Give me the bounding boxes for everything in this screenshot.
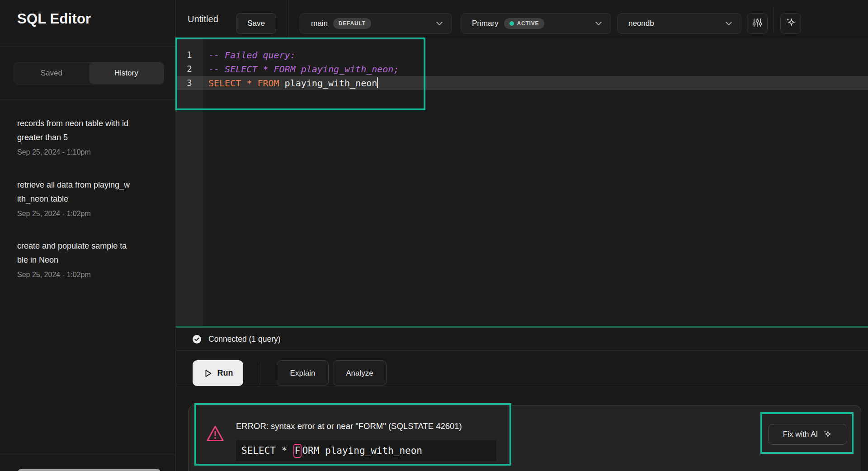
tab-history-label: History (114, 69, 138, 78)
text-cursor (377, 77, 378, 88)
history-item[interactable]: create and populate sample ta ble in Neo… (17, 239, 163, 279)
history-item-timestamp: Sep 25, 2024 - 1:02pm (17, 271, 163, 279)
sql-keyword: SELECT (208, 78, 241, 89)
history-item-title: retrieve all data from playing_w ith_neo… (17, 178, 163, 206)
line-number: 3 (176, 76, 203, 90)
sql-comment: -- Failed query: (203, 50, 296, 61)
active-badge-label: ACTIVE (517, 20, 539, 27)
sidebar: SQL Editor Saved History records from ne… (0, 0, 176, 471)
sql-keyword: FROM (257, 78, 279, 89)
sql-star: * (246, 78, 252, 89)
analyze-button[interactable]: Analyze (333, 360, 387, 386)
editor-line-3-active: 3 SELECT * FROM playing_with_neon (176, 76, 868, 90)
tab-saved-label: Saved (41, 69, 62, 78)
analyze-button-label: Analyze (346, 369, 373, 378)
error-message: ERROR: syntax error at or near "FORM" (S… (236, 421, 462, 431)
check-circle-icon (192, 334, 202, 344)
chevron-down-icon (436, 22, 443, 25)
line-number: 2 (176, 62, 203, 76)
database-select[interactable]: neondb (617, 13, 741, 34)
branch-select-label: main (311, 19, 328, 28)
save-button[interactable]: Save (236, 13, 276, 34)
explain-button-label: Explain (290, 369, 316, 378)
connection-status-text: Connected (1 query) (208, 334, 281, 344)
sparkle-icon (822, 429, 832, 439)
explain-button[interactable]: Explain (277, 360, 329, 386)
connection-statusbar: Connected (1 query) (176, 328, 868, 351)
save-button-label: Save (247, 19, 265, 28)
play-icon (203, 368, 213, 378)
query-results-panel: ERROR: syntax error at or near "FORM" (S… (188, 405, 861, 471)
error-code-snippet: SELECT * FORM playing_with_neon (236, 440, 496, 461)
sparkle-icon (785, 17, 797, 30)
page-title: SQL Editor (17, 11, 91, 27)
error-token-highlight: F (293, 444, 302, 458)
editor-line-2: 2 -- SELECT * FORM playing_with_neon; (176, 62, 868, 76)
active-status-dot (509, 21, 514, 26)
history-item[interactable]: records from neon table with id greater … (17, 117, 163, 156)
actions-divider (260, 363, 260, 384)
sidebar-bottom-handle[interactable] (18, 469, 160, 471)
fix-with-ai-button[interactable]: Fix with AI (768, 424, 847, 445)
toolbar-divider (288, 0, 289, 38)
warning-triangle-icon (206, 425, 225, 444)
line-number: 1 (176, 48, 203, 62)
query-title: Untitled (188, 14, 218, 24)
query-actions-row: Run Explain Analyze (176, 351, 868, 386)
editor-settings-button[interactable] (747, 13, 768, 34)
history-item-title: records from neon table with id greater … (17, 117, 163, 145)
compute-select-label: Primary (472, 19, 499, 28)
database-select-label: neondb (628, 19, 654, 28)
history-item[interactable]: retrieve all data from playing_w ith_neo… (17, 178, 163, 218)
ai-assist-button[interactable] (780, 13, 801, 34)
fix-with-ai-label: Fix with AI (783, 430, 818, 439)
toolbar-divider (774, 7, 774, 32)
history-item-timestamp: Sep 25, 2024 - 1:10pm (17, 148, 163, 156)
sql-identifier: playing_with_neon (279, 78, 377, 89)
sidebar-tabs-divider (0, 99, 175, 99)
editor-lines: 1 -- Failed query: 2 -- SELECT * FORM pl… (176, 48, 868, 90)
default-badge: DEFAULT (333, 18, 371, 29)
sql-comment: -- SELECT * FORM playing_with_neon; (203, 64, 399, 75)
sidebar-header-divider (0, 47, 175, 47)
history-item-title: create and populate sample ta ble in Neo… (17, 239, 163, 267)
editor-line-1: 1 -- Failed query: (176, 48, 868, 62)
sql-code-editor[interactable]: 1 -- Failed query: 2 -- SELECT * FORM pl… (176, 38, 868, 326)
tab-history[interactable]: History (89, 62, 164, 84)
toolbar: Untitled Save main DEFAULT Primary ACTIV… (176, 0, 868, 38)
history-item-timestamp: Sep 25, 2024 - 1:02pm (17, 210, 163, 218)
branch-select[interactable]: main DEFAULT (300, 13, 452, 34)
sql-statement: SELECT * FROM playing_with_neon (203, 77, 378, 89)
run-button-label: Run (217, 368, 233, 378)
saved-history-tabs: Saved History (14, 62, 164, 85)
active-badge: ACTIVE (504, 18, 545, 29)
run-button[interactable]: Run (193, 360, 243, 386)
sidebar-bottom-divider (0, 455, 175, 455)
chevron-down-icon (726, 22, 732, 25)
compute-select[interactable]: Primary ACTIVE (461, 13, 611, 34)
chevron-down-icon (595, 22, 602, 25)
tab-saved[interactable]: Saved (14, 62, 89, 84)
sliders-icon (752, 17, 763, 30)
